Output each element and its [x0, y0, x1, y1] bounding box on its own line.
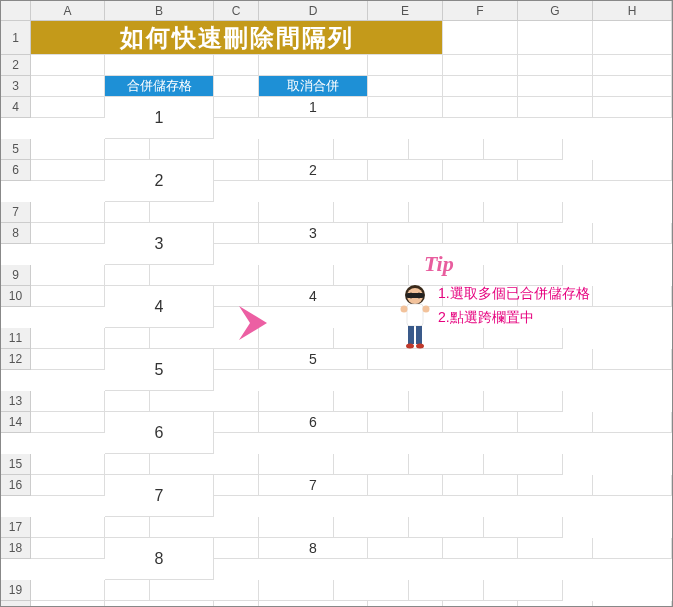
cell[interactable]	[484, 139, 563, 160]
merged-value-cell[interactable]: 3	[105, 223, 214, 265]
row-header[interactable]: 10	[1, 286, 31, 307]
row-header[interactable]: 14	[1, 412, 31, 433]
cell[interactable]	[334, 265, 409, 286]
cell[interactable]	[214, 349, 259, 370]
cell[interactable]	[518, 76, 593, 97]
column-header[interactable]: C	[214, 1, 259, 21]
merged-value-cell[interactable]: 8	[105, 538, 214, 580]
cell[interactable]	[259, 139, 334, 160]
cell[interactable]	[214, 412, 259, 433]
merged-value-cell[interactable]: 6	[105, 412, 214, 454]
cell[interactable]	[409, 265, 484, 286]
cell[interactable]	[334, 391, 409, 412]
cell[interactable]	[259, 517, 334, 538]
cell[interactable]	[409, 580, 484, 601]
cell[interactable]	[593, 475, 672, 496]
cell[interactable]	[105, 517, 150, 538]
unmerged-value-cell[interactable]: 4	[259, 286, 368, 307]
cell[interactable]	[593, 349, 672, 370]
cell[interactable]	[443, 475, 518, 496]
cell[interactable]	[368, 223, 443, 244]
row-header[interactable]: 15	[1, 454, 31, 475]
cell[interactable]	[409, 454, 484, 475]
cell[interactable]	[443, 601, 518, 607]
cell[interactable]	[105, 202, 150, 223]
cell[interactable]	[259, 328, 334, 349]
column-header[interactable]: G	[518, 1, 593, 21]
cell[interactable]	[518, 601, 593, 607]
cell[interactable]	[31, 160, 105, 181]
row-header[interactable]: 18	[1, 538, 31, 559]
cell[interactable]	[443, 21, 518, 55]
cell[interactable]	[31, 412, 105, 433]
cell[interactable]	[150, 580, 259, 601]
cell[interactable]	[593, 76, 672, 97]
column-header[interactable]: A	[31, 1, 105, 21]
cell[interactable]	[259, 454, 334, 475]
cell[interactable]	[443, 412, 518, 433]
cell[interactable]	[368, 97, 443, 118]
cell[interactable]	[368, 412, 443, 433]
cell[interactable]	[150, 328, 259, 349]
cell[interactable]	[150, 391, 259, 412]
cell[interactable]	[518, 475, 593, 496]
row-header[interactable]: 13	[1, 391, 31, 412]
column-header[interactable]: F	[443, 1, 518, 21]
cell[interactable]	[518, 55, 593, 76]
header-merged[interactable]: 合併儲存格	[105, 76, 214, 97]
row-header[interactable]: 6	[1, 160, 31, 181]
cell[interactable]	[150, 517, 259, 538]
cell[interactable]	[368, 475, 443, 496]
cell[interactable]	[518, 21, 593, 55]
cell[interactable]	[443, 223, 518, 244]
unmerged-value-cell[interactable]: 5	[259, 349, 368, 370]
cell[interactable]	[443, 349, 518, 370]
cell[interactable]	[593, 55, 672, 76]
cell[interactable]	[214, 286, 259, 307]
row-header[interactable]: 8	[1, 223, 31, 244]
cell[interactable]	[214, 475, 259, 496]
cell[interactable]	[443, 55, 518, 76]
cell[interactable]	[334, 517, 409, 538]
cell[interactable]	[484, 265, 563, 286]
cell[interactable]	[31, 349, 105, 370]
cell[interactable]	[105, 328, 150, 349]
cell[interactable]	[334, 454, 409, 475]
column-header[interactable]: H	[593, 1, 672, 21]
cell[interactable]	[484, 580, 563, 601]
cell[interactable]	[259, 55, 368, 76]
cell[interactable]	[259, 391, 334, 412]
cell[interactable]	[105, 265, 150, 286]
cell[interactable]	[214, 76, 259, 97]
row-header[interactable]: 4	[1, 97, 31, 118]
cell[interactable]	[518, 412, 593, 433]
cell[interactable]	[31, 517, 105, 538]
cell[interactable]	[518, 223, 593, 244]
row-header[interactable]: 11	[1, 328, 31, 349]
unmerged-value-cell[interactable]: 1	[259, 97, 368, 118]
row-header[interactable]: 17	[1, 517, 31, 538]
cell[interactable]	[593, 21, 672, 55]
cell[interactable]	[409, 139, 484, 160]
cell[interactable]	[214, 160, 259, 181]
cell[interactable]	[259, 202, 334, 223]
cell[interactable]	[518, 160, 593, 181]
cell[interactable]	[31, 328, 105, 349]
cell[interactable]	[31, 538, 105, 559]
unmerged-value-cell[interactable]: 7	[259, 475, 368, 496]
row-header[interactable]: 5	[1, 139, 31, 160]
cell[interactable]	[484, 328, 563, 349]
cell[interactable]	[31, 391, 105, 412]
merged-value-cell[interactable]: 2	[105, 160, 214, 202]
cell[interactable]	[214, 55, 259, 76]
cell[interactable]	[593, 538, 672, 559]
merged-value-cell[interactable]: 4	[105, 286, 214, 328]
cell[interactable]	[518, 538, 593, 559]
row-header[interactable]: 3	[1, 76, 31, 97]
cell[interactable]	[518, 349, 593, 370]
row-header[interactable]: 16	[1, 475, 31, 496]
cell[interactable]	[214, 223, 259, 244]
column-header[interactable]: E	[368, 1, 443, 21]
cell[interactable]	[31, 139, 105, 160]
cell[interactable]	[150, 454, 259, 475]
